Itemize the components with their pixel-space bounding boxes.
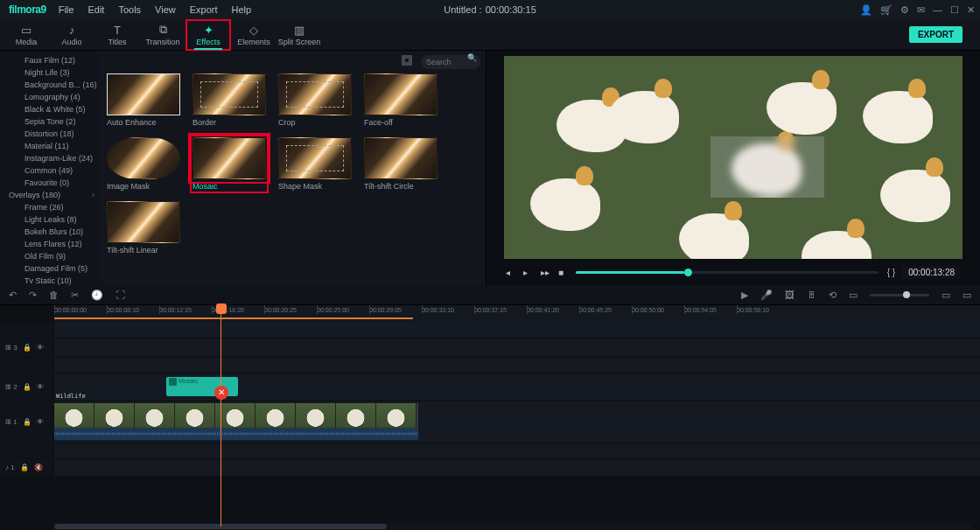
effect-thumb[interactable]: Border bbox=[192, 73, 266, 127]
track-body[interactable] bbox=[54, 459, 980, 477]
undo-icon[interactable]: ↶ bbox=[9, 289, 17, 301]
thumb-label: Mosaic bbox=[192, 182, 266, 191]
video-clip[interactable] bbox=[54, 403, 418, 428]
eye-icon[interactable]: 👁 bbox=[37, 383, 44, 391]
clip-audio-waveform[interactable] bbox=[54, 428, 418, 440]
clip-frame bbox=[256, 403, 296, 428]
next-frame-icon[interactable]: ▸▸ bbox=[541, 268, 550, 277]
mute-icon[interactable]: 🔇 bbox=[34, 464, 43, 471]
tree-item[interactable]: Old Film (9) bbox=[0, 250, 98, 262]
lock-icon[interactable]: 🔒 bbox=[20, 464, 29, 471]
tool-tab-elements[interactable]: ◇Elements bbox=[231, 19, 276, 51]
mosaic-overlay[interactable] bbox=[710, 136, 824, 198]
effect-thumb[interactable]: Face-off bbox=[364, 73, 438, 127]
seek-bar[interactable] bbox=[576, 271, 878, 274]
menu-item[interactable]: Tools bbox=[118, 4, 141, 15]
track-head[interactable]: ♪ 1🔒🔇 bbox=[0, 459, 52, 477]
effect-thumb[interactable]: Tilt-shift Circle bbox=[364, 137, 438, 191]
timeline-ruler[interactable]: 00:00:00:0000:00:08:1000:00:12:1500:00:1… bbox=[54, 305, 980, 323]
tree-item[interactable]: Sepia Tone (2) bbox=[0, 115, 98, 128]
tree-item[interactable]: Damaged Film (5) bbox=[0, 262, 98, 275]
layout-icon[interactable]: ▭ bbox=[962, 289, 971, 301]
menu-item[interactable]: Help bbox=[232, 4, 252, 15]
minimize-icon[interactable]: — bbox=[933, 4, 942, 16]
tree-item[interactable]: Distortion (18) bbox=[0, 128, 98, 140]
tree-item[interactable]: Favourite (0) bbox=[0, 177, 98, 189]
crop-icon[interactable]: ⛶ bbox=[116, 289, 125, 300]
split-icon[interactable]: ✂ bbox=[71, 289, 79, 301]
snapshot-icon[interactable]: 🖼 bbox=[785, 289, 794, 300]
play-icon[interactable]: ▸ bbox=[523, 268, 532, 277]
tree-item[interactable]: Lens Flares (12) bbox=[0, 238, 98, 250]
delete-icon[interactable]: 🗑 bbox=[49, 289, 59, 300]
maximize-icon[interactable]: ☐ bbox=[950, 4, 959, 16]
stop-icon[interactable]: ■ bbox=[558, 268, 567, 277]
playhead[interactable]: ✕ bbox=[220, 305, 221, 527]
tree-item[interactable]: Faux Film (12) bbox=[0, 54, 98, 66]
grid-view-icon[interactable] bbox=[402, 55, 412, 66]
effect-thumb[interactable]: Shape Mask bbox=[278, 137, 352, 191]
history-icon[interactable]: 🕘 bbox=[91, 289, 103, 301]
marker-brackets[interactable]: { } bbox=[887, 268, 895, 277]
menu-item[interactable]: Edit bbox=[88, 4, 104, 15]
record-icon[interactable]: 🎤 bbox=[760, 289, 773, 301]
effect-thumb[interactable]: Auto Enhance bbox=[107, 73, 180, 127]
cart-icon[interactable]: 🛒 bbox=[880, 4, 892, 16]
prev-frame-icon[interactable]: ◂ bbox=[506, 268, 514, 277]
play-icon[interactable]: ▶ bbox=[741, 289, 748, 301]
menu-item[interactable]: File bbox=[59, 4, 74, 15]
export-button[interactable]: EXPORT bbox=[909, 26, 962, 43]
marker-icon[interactable]: ▭ bbox=[849, 289, 858, 301]
thumb-label: Shape Mask bbox=[278, 182, 352, 191]
tree-item[interactable]: Background B... (16) bbox=[0, 79, 98, 91]
effect-thumb[interactable]: Mosaic bbox=[192, 137, 266, 191]
tool-tab-media[interactable]: ▭Media bbox=[4, 19, 49, 51]
effect-thumb[interactable]: Crop bbox=[278, 73, 352, 127]
fit-icon[interactable]: ▭ bbox=[942, 289, 950, 301]
tool-tab-effects[interactable]: ✦Effects bbox=[186, 19, 231, 51]
redo-icon[interactable]: ↷ bbox=[29, 289, 37, 301]
user-icon[interactable]: 👤 bbox=[860, 4, 872, 16]
tree-item[interactable]: Black & White (5) bbox=[0, 103, 98, 115]
zoom-slider[interactable] bbox=[870, 294, 929, 296]
search-icon[interactable]: 🔍 bbox=[467, 53, 477, 62]
lock-icon[interactable]: 🔒 bbox=[23, 418, 32, 426]
tree-item[interactable]: Light Leaks (8) bbox=[0, 213, 98, 226]
tree-item[interactable]: Overlays (180) bbox=[0, 189, 98, 201]
track-body[interactable]: Wildlife bbox=[54, 401, 980, 443]
tool-tab-split-screen[interactable]: ▥Split Screen bbox=[276, 19, 322, 51]
timeline-scrollbar[interactable] bbox=[54, 523, 971, 530]
reset-icon[interactable]: ⟲ bbox=[829, 289, 836, 301]
library-topbar: 🔍 bbox=[98, 51, 486, 70]
lock-icon[interactable]: 🔒 bbox=[23, 383, 32, 391]
ruler-tick: 00:00:00:00 bbox=[54, 305, 107, 323]
tree-item[interactable]: Bokeh Blurs (10) bbox=[0, 226, 98, 238]
eye-icon[interactable]: 👁 bbox=[37, 344, 44, 352]
tree-item[interactable]: Material (11) bbox=[0, 140, 98, 152]
track-head[interactable]: ⊞ 2🔒👁 bbox=[0, 373, 52, 401]
track-body[interactable]: Mosaic bbox=[54, 373, 980, 401]
track-head[interactable]: ⊞ 1🔒👁 bbox=[0, 401, 52, 443]
message-icon[interactable]: ✉ bbox=[917, 4, 925, 16]
tool-tab-transition[interactable]: ⧉Transition bbox=[140, 19, 186, 51]
lock-icon[interactable]: 🔒 bbox=[23, 344, 32, 352]
clip-frame bbox=[296, 403, 336, 428]
playhead-delete-badge[interactable]: ✕ bbox=[214, 386, 228, 400]
mixer-icon[interactable]: 🎚 bbox=[807, 289, 816, 300]
eye-icon[interactable]: 👁 bbox=[37, 418, 44, 426]
track-head[interactable]: ⊞ 3🔒👁 bbox=[0, 338, 52, 358]
close-icon[interactable]: ✕ bbox=[967, 4, 975, 16]
effect-thumb[interactable]: Image Mask bbox=[107, 137, 180, 191]
tree-item[interactable]: Night Life (3) bbox=[0, 66, 98, 79]
tree-item[interactable]: Instagram-Like (24) bbox=[0, 152, 98, 164]
tool-tab-audio[interactable]: ♪Audio bbox=[49, 19, 94, 51]
tree-item[interactable]: Common (49) bbox=[0, 164, 98, 177]
tree-item[interactable]: Tv Static (10) bbox=[0, 275, 98, 285]
tree-item[interactable]: Lomography (4) bbox=[0, 91, 98, 103]
menu-item[interactable]: View bbox=[155, 4, 176, 15]
menu-item[interactable]: Export bbox=[190, 4, 218, 15]
tree-item[interactable]: Frame (26) bbox=[0, 201, 98, 213]
tool-tab-titles[interactable]: TTitles bbox=[94, 19, 140, 51]
effect-thumb[interactable]: Tilt-shift Linear bbox=[107, 201, 180, 255]
gear-icon[interactable]: ⚙ bbox=[900, 4, 909, 16]
